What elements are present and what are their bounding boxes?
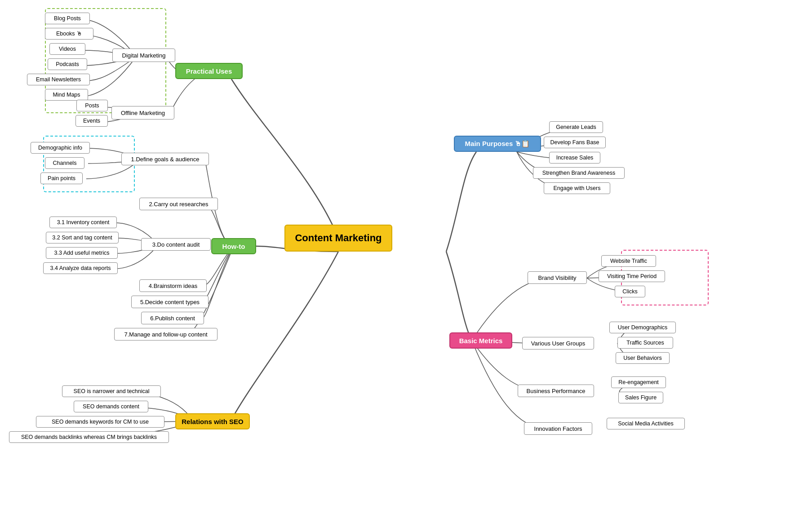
blog-posts-node: Blog Posts — [45, 13, 90, 24]
pain-points-node: Pain points — [40, 172, 83, 184]
analyze-data-reports-node: 3.4 Analyze data reports — [43, 262, 118, 274]
digital-marketing-node: Digital Marketing — [112, 49, 175, 62]
relations-seo-label: Relations with SEO — [182, 418, 244, 425]
re-engagement-node: Re-engagement — [611, 376, 666, 388]
howto-node: How-to — [211, 238, 256, 254]
carry-out-researches-node: 2.Carry out researches — [139, 198, 218, 210]
main-purposes-label: Main Purposes 🖱📋 — [465, 140, 530, 148]
business-performance-node: Business Performance — [518, 385, 594, 397]
user-demographics-node: User Demographics — [609, 322, 676, 333]
seo-demands-backlinks-node: SEO demands backlinks whereas CM brings … — [9, 431, 169, 443]
user-behaviors-node: User Behaviors — [616, 352, 670, 364]
traffic-sources-node: Traffic Sources — [617, 337, 673, 349]
decide-content-types-node: 5.Decide content types — [131, 296, 209, 308]
practical-uses-label: Practical Uses — [186, 67, 232, 75]
demographic-info-node: Demographic info — [31, 142, 90, 154]
digital-marketing-label: Digital Marketing — [122, 52, 166, 59]
add-useful-metrics-node: 3.3 Add useful metrics — [46, 247, 118, 259]
mind-maps-node: Mind Maps — [45, 89, 88, 101]
relations-seo-node: Relations with SEO — [175, 413, 250, 429]
main-purposes-node: Main Purposes 🖱📋 — [454, 136, 541, 152]
center-node: Content Marketing — [284, 225, 392, 252]
develop-fans-base-node: Develop Fans Base — [544, 137, 606, 148]
sort-tag-content-node: 3.2 Sort and tag content — [46, 232, 119, 243]
brand-visibility-node: Brand Visibility — [528, 271, 587, 284]
offline-marketing-node: Offline Marketing — [111, 106, 174, 119]
generate-leads-node: Generate Leads — [549, 121, 603, 133]
posts-node: Posts — [76, 100, 108, 111]
increase-sales-node: Increase Sales — [549, 152, 600, 164]
visiting-time-period-node: Visiting Time Period — [599, 270, 665, 282]
ebooks-node: Ebooks 🖱 — [45, 28, 93, 40]
innovation-factors-node: Innovation Factors — [524, 422, 592, 435]
email-newsletters-node: Email Newsletters — [27, 74, 90, 85]
basic-metrics-label: Basic Metrics — [459, 337, 503, 345]
center-label: Content Marketing — [295, 232, 382, 244]
howto-label: How-to — [222, 243, 245, 250]
basic-metrics-node: Basic Metrics — [449, 332, 512, 349]
offline-marketing-label: Offline Marketing — [121, 110, 165, 116]
social-media-activities-node: Social Media Activities — [607, 418, 685, 429]
videos-node: Videos — [49, 43, 85, 55]
website-traffic-node: Website Traffic — [601, 255, 656, 267]
inventory-content-node: 3.1 Inventory content — [49, 217, 117, 228]
podcasts-node: Podcasts — [48, 58, 87, 70]
publish-content-node: 6.Publish content — [141, 312, 204, 324]
clicks-node: Clicks — [615, 286, 645, 297]
engage-users-node: Engage with Users — [544, 182, 610, 194]
various-user-groups-node: Various User Groups — [522, 337, 594, 349]
define-goals-node: 1.Define goals & audience — [121, 153, 209, 165]
brainstorm-ideas-node: 4.Brainstorm ideas — [139, 279, 207, 292]
seo-demands-keywords-node: SEO demands keywords for CM to use — [36, 416, 164, 428]
manage-followup-node: 7.Manage and follow-up content — [114, 328, 217, 341]
strengthen-brand-awareness-node: Strengthen Brand Awareness — [533, 167, 625, 179]
seo-narrower-node: SEO is narrower and technical — [62, 385, 161, 397]
seo-demands-content-node: SEO demands content — [74, 401, 148, 412]
channels-node: Channels — [45, 157, 84, 169]
events-node: Events — [75, 115, 108, 127]
sales-figure-node: Sales Figure — [618, 392, 663, 403]
do-content-audit-node: 3.Do content audit — [141, 238, 211, 251]
practical-uses-node: Practical Uses — [175, 63, 243, 79]
